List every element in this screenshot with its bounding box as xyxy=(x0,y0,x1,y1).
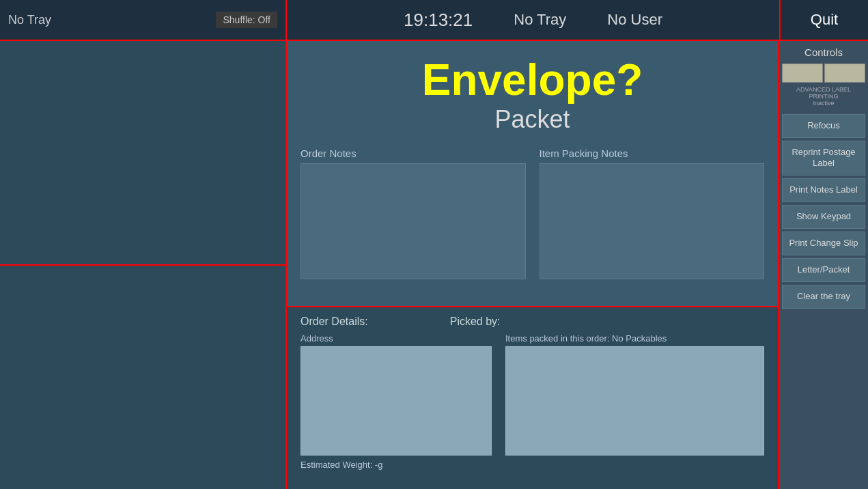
show-keypad-button[interactable]: Show Keypad xyxy=(782,205,865,229)
order-notes-textarea[interactable] xyxy=(300,163,526,279)
no-tray-label: No Tray xyxy=(8,13,51,27)
label-btn-left[interactable] xyxy=(782,64,823,83)
center-content: Envelope? Packet Order Notes Item Packin… xyxy=(287,41,779,489)
label-printing-row xyxy=(782,64,865,83)
shuffle-button[interactable]: Shuffle: Off xyxy=(216,12,277,28)
left-top-panel xyxy=(0,41,285,266)
order-notes-label: Order Notes xyxy=(300,148,526,159)
packet-title: Packet xyxy=(300,105,764,134)
clear-tray-button[interactable]: Clear the tray xyxy=(782,285,865,309)
header-right: Quit xyxy=(779,0,868,40)
picked-by-title: Picked by: xyxy=(450,316,501,328)
packed-col: Items packed in this order: No Packables xyxy=(505,333,764,456)
print-change-slip-button[interactable]: Print Change Slip xyxy=(782,232,865,255)
letter-packet-button[interactable]: Letter/Packet xyxy=(782,258,865,282)
order-details-title: Order Details: xyxy=(300,316,368,328)
header-user: No User xyxy=(607,11,662,29)
item-packing-notes-col: Item Packing Notes xyxy=(540,148,765,282)
right-controls-panel: Controls ADVANCED LABEL PRINTING Inactiv… xyxy=(779,41,868,489)
left-bottom-panel xyxy=(0,266,285,489)
packed-label: Items packed in this order: No Packables xyxy=(505,333,764,344)
estimated-weight: Estimated Weight: -g xyxy=(300,460,764,470)
details-row: Address Items packed in this order: No P… xyxy=(300,333,764,456)
reprint-postage-button[interactable]: Reprint Postage Label xyxy=(782,141,865,176)
address-box xyxy=(300,346,492,456)
item-packing-notes-textarea[interactable] xyxy=(540,163,765,279)
print-notes-label-button[interactable]: Print Notes Label xyxy=(782,178,865,202)
center-top-panel: Envelope? Packet Order Notes Item Packin… xyxy=(287,41,778,307)
refocus-button[interactable]: Refocus xyxy=(782,114,865,138)
item-packing-notes-label: Item Packing Notes xyxy=(540,148,765,159)
address-col: Address xyxy=(300,333,492,456)
header-center: 19:13:21 No Tray No User xyxy=(287,0,779,40)
notes-row: Order Notes Item Packing Notes xyxy=(300,148,764,282)
packed-box xyxy=(505,346,764,456)
order-details-header: Order Details: Picked by: xyxy=(300,316,764,328)
quit-button[interactable]: Quit xyxy=(797,4,852,36)
header-bar: No Tray Shuffle: Off 19:13:21 No Tray No… xyxy=(0,0,868,41)
current-time: 19:13:21 xyxy=(404,10,473,31)
label-btn-right[interactable] xyxy=(824,64,865,83)
header-left: No Tray Shuffle: Off xyxy=(0,0,287,40)
envelope-title: Envelope? xyxy=(300,55,764,105)
order-notes-col: Order Notes xyxy=(300,148,526,282)
main-layout: Envelope? Packet Order Notes Item Packin… xyxy=(0,41,868,489)
label-printing-text: ADVANCED LABEL PRINTING Inactive xyxy=(782,87,865,107)
controls-title: Controls xyxy=(782,46,865,58)
header-tray: No Tray xyxy=(514,11,566,29)
address-label: Address xyxy=(300,333,492,344)
center-bottom-panel: Order Details: Picked by: Address Items … xyxy=(287,307,778,489)
left-sidebar xyxy=(0,41,287,489)
